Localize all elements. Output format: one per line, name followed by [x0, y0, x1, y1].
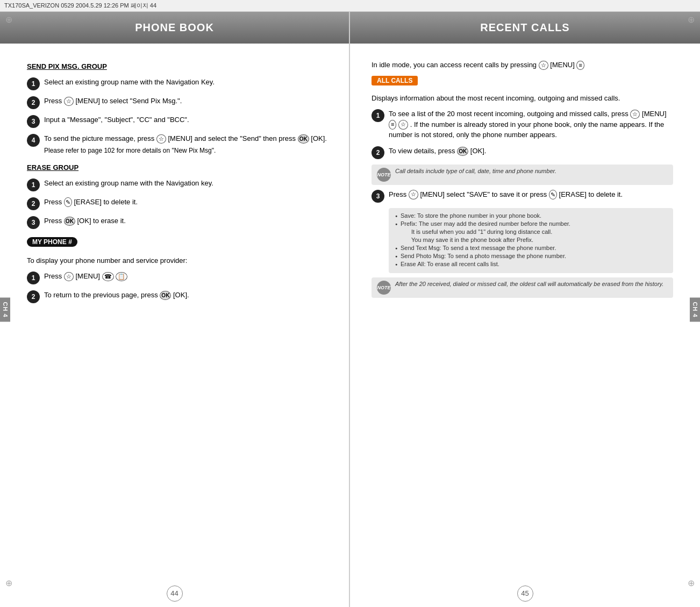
info-list: Save: To store the phone number in your … [395, 212, 667, 267]
my-phone-step-2: 2 To return to the previous page, press … [27, 290, 327, 303]
all-calls-badge: ALL CALLS [372, 76, 418, 85]
menu-icon-2: ☆ [64, 97, 74, 106]
ok-icon-erase3: OK [64, 217, 75, 226]
right-step-1: 1 To see a list of the 20 most recent in… [372, 109, 673, 140]
step-text-1: Select an existing group name with the N… [44, 77, 215, 88]
note-text-2: After the 20 received, dialed or missed … [395, 281, 663, 287]
my-phone-text-2: To return to the previous page, press OK… [44, 290, 189, 301]
step-text-4: To send the picture message, press ☆ [ME… [44, 133, 327, 155]
my-phone-circle-1: 1 [27, 272, 40, 284]
erase-step-2: 2 Press ✎ [ERASE] to delete it. [27, 197, 327, 210]
menu-icon-r1: ☆ [630, 110, 640, 119]
left-page-number: 44 [0, 580, 349, 607]
my-phone-circle-2: 2 [27, 290, 40, 303]
right-step-3: 3 Press ☆ [MENU] select "SAVE" to save i… [372, 189, 673, 203]
right-page-number: 45 [350, 580, 700, 607]
menu-icon-4: ☆ [156, 134, 166, 144]
send-pix-step-2: 2 Press ☆ [MENU] to select "Send Pix Msg… [27, 96, 327, 109]
info-item-1b: You may save it in the phone book after … [395, 237, 667, 243]
info-item-1: Prefix: The user may add the desired num… [395, 220, 667, 227]
send-pix-title: SEND PIX MSG. GROUP [27, 62, 327, 70]
right-circle-3: 3 [372, 190, 384, 203]
info-item-3: Send Photo Msg: To send a photo message … [395, 253, 667, 259]
step-text-3: Input a "Message", "Subject", "CC" and "… [44, 115, 189, 125]
menu-icon-r1b: ≡ [389, 120, 396, 129]
step-circle-1: 1 [27, 77, 40, 90]
ok-icon-r2: OK [457, 147, 468, 156]
menu-icon-r3: ☆ [409, 190, 418, 199]
erase-circle-1: 1 [27, 178, 40, 191]
note-text-1: Call details include type of call, date,… [395, 168, 556, 174]
menu-icon-myphon2: ☎ [102, 272, 114, 281]
erase-circle-3: 3 [27, 216, 40, 229]
erase-text-1: Select an existing group name with the N… [44, 178, 213, 189]
erase-text-2: Press ✎ [ERASE] to delete it. [44, 197, 138, 208]
note-box-1: NOTE Call details include type of call, … [372, 165, 673, 185]
my-phone-text-1: Press ☆ [MENU] ☎ 📋 [44, 271, 127, 282]
step-text-2: Press ☆ [MENU] to select "Send Pix Msg."… [44, 96, 182, 106]
ch-tab-left: CH 4 [0, 297, 10, 322]
erase-step-1: 1 Select an existing group name with the… [27, 178, 327, 191]
menu-icon-intro2: ≡ [576, 61, 584, 70]
note-icon-2: NOTE [377, 281, 391, 295]
info-box: Save: To store the phone number in your … [389, 208, 673, 273]
right-page-header: RECENT CALLS [350, 12, 700, 44]
send-pix-step-1: 1 Select an existing group name with the… [27, 77, 327, 90]
right-text-1: To see a list of the 20 most recent inco… [389, 109, 673, 140]
right-text-3: Press ☆ [MENU] select "SAVE" to save it … [389, 189, 623, 200]
my-phone-step-1: 1 Press ☆ [MENU] ☎ 📋 [27, 271, 327, 284]
right-step-2: 2 To view details, press OK [OK]. [372, 146, 673, 159]
right-intro: In idle mode, you can access recent call… [372, 60, 673, 70]
erase-circle-2: 2 [27, 197, 40, 210]
ok-icon-4: OK [298, 134, 309, 144]
ch-tab-right: CH 4 [690, 297, 700, 322]
step-4-note: Please refer to page 102 for more detail… [44, 146, 327, 155]
my-phone-intro: To display your phone number and service… [27, 255, 327, 266]
menu-icon-myphon: ☆ [64, 272, 74, 281]
right-circle-2: 2 [372, 146, 384, 159]
left-page: ⊕ ⊕ CH 4 PHONE BOOK SEND PIX MSG. GROUP … [0, 12, 350, 607]
ok-icon-myphon2: OK [160, 291, 171, 300]
menu-icon-r1c: ☆ [398, 120, 408, 129]
left-page-content: SEND PIX MSG. GROUP 1 Select an existing… [0, 54, 349, 580]
erase-group-title: ERASE GROUP [27, 163, 327, 172]
note-icon-1: NOTE [377, 168, 391, 182]
menu-icon-myphon3: 📋 [116, 272, 127, 281]
send-pix-step-4: 4 To send the picture message, press ☆ [… [27, 133, 327, 155]
main-content: ⊕ ⊕ CH 4 PHONE BOOK SEND PIX MSG. GROUP … [0, 12, 700, 607]
right-circle-1: 1 [372, 109, 384, 122]
right-text-2: To view details, press OK [OK]. [389, 146, 486, 156]
info-item-0: Save: To store the phone number in your … [395, 212, 667, 219]
info-item-1a: It is useful when you add "1" during lon… [395, 228, 667, 235]
note-box-2: NOTE After the 20 received, dialed or mi… [372, 277, 673, 298]
info-item-4: Erase All: To erase all recent calls lis… [395, 261, 667, 267]
reg-mark-tl: ⊕ [5, 15, 12, 25]
erase-icon-r3: ✎ [549, 190, 557, 200]
erase-icon-2: ✎ [64, 197, 72, 208]
top-bar: TX170SA_VERIZON 0529 2004.5.29 12:26 PM … [0, 0, 700, 12]
send-pix-step-3: 3 Input a "Message", "Subject", "CC" and… [27, 115, 327, 128]
erase-step-3: 3 Press OK [OK] to erase it. [27, 216, 327, 229]
top-bar-label: TX170SA_VERIZON 0529 2004.5.29 12:26 PM … [4, 2, 156, 9]
info-item-2: Send Text Msg: To send a text message th… [395, 245, 667, 251]
step-circle-2: 2 [27, 96, 40, 109]
my-phone-badge: MY PHONE # [27, 237, 77, 247]
menu-icon-intro: ☆ [539, 61, 548, 70]
all-calls-desc: Displays information about the most rece… [372, 93, 673, 104]
right-page-num-circle: 45 [517, 585, 533, 602]
reg-mark-tr: ⊕ [688, 15, 695, 25]
right-page-content: In idle mode, you can access recent call… [350, 54, 700, 580]
step-circle-3: 3 [27, 115, 40, 128]
left-page-num-circle: 44 [167, 585, 183, 602]
step-circle-4: 4 [27, 134, 40, 147]
right-page: ⊕ ⊕ CH 4 RECENT CALLS In idle mode, you … [350, 12, 700, 607]
left-page-header: PHONE BOOK [0, 12, 349, 44]
erase-text-3: Press OK [OK] to erase it. [44, 216, 126, 226]
